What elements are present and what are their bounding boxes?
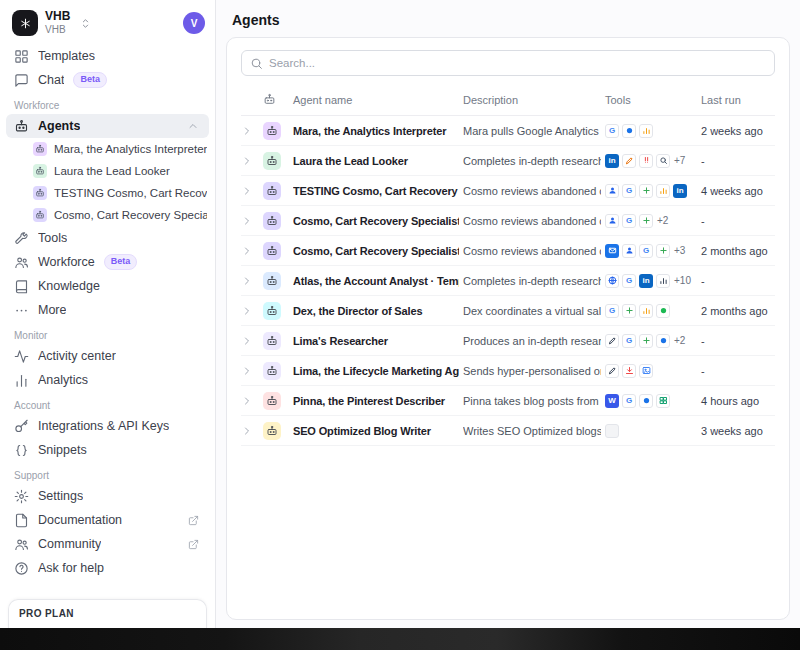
agent-last-run: 2 months ago (701, 245, 775, 257)
agent-row-testing-cosmo-cart-recovery-specialist[interactable]: TESTING Cosmo, Cart Recovery SpecialistC… (241, 176, 775, 206)
table-header: Agent name Description Tools Last run (241, 84, 775, 116)
pencil-tool-icon (605, 334, 619, 348)
sidebar-nav: TemplatesChatBetaWorkforceAgentsMara, th… (0, 44, 215, 580)
agent-row-dex-the-director-of-sales[interactable]: Dex, the Director of SalesDex coordinate… (241, 296, 775, 326)
agent-row-pinna-the-pinterest-describer[interactable]: Pinna, the Pinterest DescriberPinna take… (241, 386, 775, 416)
agent-avatar-icon (263, 422, 281, 440)
agent-avatar-icon (33, 208, 47, 222)
agent-description: Cosmo reviews abandoned c (463, 215, 601, 227)
agent-name[interactable]: Lima's Researcher (293, 335, 459, 347)
agent-name[interactable]: Cosmo, Cart Recovery Specialist (293, 245, 459, 257)
agent-row-lima-s-researcher[interactable]: Lima's ResearcherProduces an in-depth re… (241, 326, 775, 356)
agent-row-cosmo-cart-recovery-specialist[interactable]: Cosmo, Cart Recovery SpecialistCosmo rev… (241, 236, 775, 266)
expand-chevron-icon[interactable] (241, 215, 259, 227)
agent-name[interactable]: Atlas, the Account Analyst · Template (293, 275, 459, 287)
sidebar-item-chat[interactable]: ChatBeta (6, 68, 209, 92)
sidebar-item-ask-for-help[interactable]: Ask for help (6, 556, 209, 580)
agent-row-seo-optimized-blog-writer[interactable]: SEO Optimized Blog WriterWrites SEO Opti… (241, 416, 775, 446)
sidebar-item-templates[interactable]: Templates (6, 44, 209, 68)
sidebar-item-documentation[interactable]: Documentation (6, 508, 209, 532)
sidebar-item-label: Knowledge (38, 279, 100, 293)
agent-name[interactable]: Laura the Lead Looker (293, 155, 459, 167)
agent-last-run: - (701, 365, 775, 377)
expand-chevron-icon[interactable] (241, 125, 259, 137)
chart-icon (656, 184, 670, 198)
agent-tools: in+7 (605, 154, 697, 168)
agent-name[interactable]: Cosmo, Cart Recovery Specialist (293, 215, 459, 227)
agent-last-run: 4 weeks ago (701, 185, 775, 197)
content: VHB VHB V TemplatesChatBetaWorkforceAgen… (0, 0, 800, 628)
sidebar-item-label: Workforce (38, 255, 95, 269)
sidebar-item-settings[interactable]: Settings (6, 484, 209, 508)
agent-avatar-icon (263, 122, 281, 140)
agent-row-laura-the-lead-looker[interactable]: Laura the Lead LookerCompletes in-depth … (241, 146, 775, 176)
agent-row-lima-the-lifecycle-marketing-agent[interactable]: Lima, the Lifecycle Marketing AgentSends… (241, 356, 775, 386)
sidebar-item-snippets[interactable]: Snippets (6, 438, 209, 462)
expand-chevron-icon[interactable] (241, 275, 259, 287)
workspace-caret-icon[interactable] (79, 17, 92, 30)
agent-avatar-icon (263, 302, 281, 320)
agent-name[interactable]: Mara, the Analytics Interpreter (293, 125, 459, 137)
expand-chevron-icon[interactable] (241, 185, 259, 197)
agent-row-cosmo-cart-recovery-specialist[interactable]: Cosmo, Cart Recovery SpecialistCosmo rev… (241, 206, 775, 236)
plan-label[interactable]: PRO PLAN (8, 599, 207, 628)
agent-tools: G+2 (605, 334, 697, 348)
search-tool-icon (656, 154, 670, 168)
chevron-up-icon[interactable] (187, 120, 199, 132)
sidebar-item-knowledge[interactable]: Knowledge (6, 274, 209, 298)
app: VHB VHB V TemplatesChatBetaWorkforceAgen… (0, 0, 800, 650)
agent-tools (605, 424, 697, 438)
expand-chevron-icon[interactable] (241, 425, 259, 437)
expand-chevron-icon[interactable] (241, 305, 259, 317)
expand-chevron-icon[interactable] (241, 335, 259, 347)
sidebar-item-workforce[interactable]: WorkforceBeta (6, 250, 209, 274)
workspace-logo-icon (12, 10, 38, 36)
sidebar-item-tools[interactable]: Tools (6, 226, 209, 250)
agent-name[interactable]: TESTING Cosmo, Cart Recovery Specialist (293, 185, 459, 197)
chart-icon (656, 274, 670, 288)
user-avatar[interactable]: V (183, 12, 205, 34)
agent-name[interactable]: SEO Optimized Blog Writer (293, 425, 459, 437)
sidebar-item-label: Tools (38, 231, 67, 245)
google-ads-icon (639, 214, 653, 228)
sidebar-item-community[interactable]: Community (6, 532, 209, 556)
sidebar-item-more[interactable]: More (6, 298, 209, 322)
sidebar-item-analytics[interactable]: Analytics (6, 368, 209, 392)
chat-icon (14, 73, 29, 88)
analytics-icon (14, 373, 29, 388)
sidebar-item-activity-center[interactable]: Activity center (6, 344, 209, 368)
agent-avatar-icon (33, 186, 47, 200)
agent-tools: Gin (605, 184, 697, 198)
agent-row-atlas-the-account-analyst-template[interactable]: Atlas, the Account Analyst · TemplateCom… (241, 266, 775, 296)
agent-name[interactable]: Pinna, the Pinterest Describer (293, 395, 459, 407)
templates-icon (14, 49, 29, 64)
sidebar-agent-label: TESTING Cosmo, Cart Recove... (54, 187, 207, 199)
agent-avatar-icon (263, 362, 281, 380)
sidebar-agent-laura-the-lead-looker[interactable]: Laura the Lead Looker (0, 160, 215, 182)
expand-chevron-icon[interactable] (241, 365, 259, 377)
agent-name[interactable]: Dex, the Director of Sales (293, 305, 459, 317)
expand-chevron-icon[interactable] (241, 155, 259, 167)
expand-chevron-icon[interactable] (241, 395, 259, 407)
agent-description: Cosmo reviews abandoned c (463, 245, 601, 257)
sidebar: VHB VHB V TemplatesChatBetaWorkforceAgen… (0, 0, 216, 628)
search-bar[interactable] (241, 50, 775, 76)
search-input[interactable] (269, 57, 766, 69)
expand-chevron-icon[interactable] (241, 245, 259, 257)
agent-avatar-icon (33, 142, 47, 156)
agent-last-run: 2 months ago (701, 305, 775, 317)
sidebar-agent-mara-the-analytics-interpreter[interactable]: Mara, the Analytics Interpreter (0, 138, 215, 160)
agent-tools: WG (605, 394, 697, 408)
settings-icon (14, 489, 29, 504)
agent-name[interactable]: Lima, the Lifecycle Marketing Agent (293, 365, 459, 377)
workspace-switcher[interactable]: VHB VHB V (0, 6, 215, 44)
sidebar-item-agents[interactable]: Agents (6, 114, 209, 138)
main: Agents Agent name Description Tools Last… (216, 0, 800, 628)
column-header-description: Description (463, 94, 601, 106)
agent-avatar-icon (263, 392, 281, 410)
agent-row-mara-the-analytics-interpreter[interactable]: Mara, the Analytics InterpreterMara pull… (241, 116, 775, 146)
sidebar-agent-cosmo-cart-recovery-special[interactable]: Cosmo, Cart Recovery Special... (0, 204, 215, 226)
sidebar-item-integrations-api-keys[interactable]: Integrations & API Keys (6, 414, 209, 438)
agent-description: Sends hyper-personalised on (463, 365, 601, 377)
sidebar-agent-testing-cosmo-cart-recove[interactable]: TESTING Cosmo, Cart Recove... (0, 182, 215, 204)
